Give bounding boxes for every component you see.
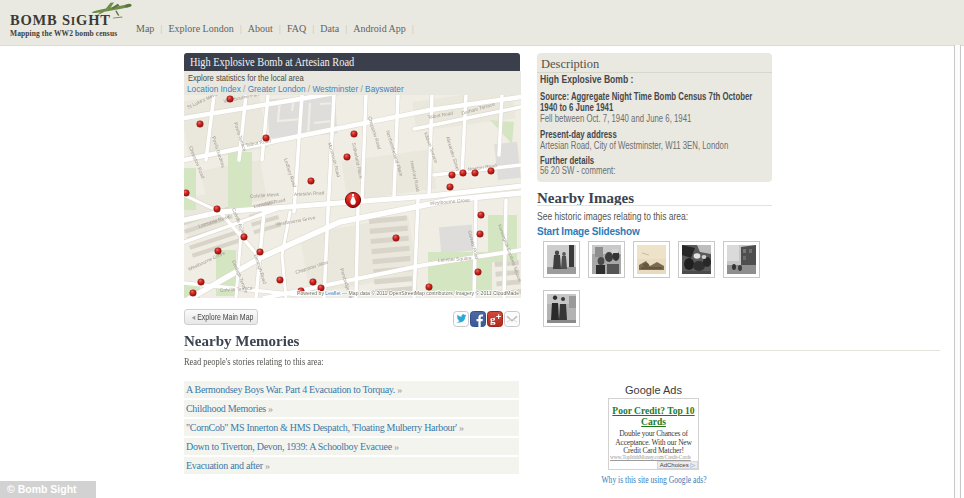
svg-text:Powered by Leaflet — Map data: Powered by Leaflet — Map data © 2011 Ope…: [297, 290, 519, 296]
svg-text:+: +: [496, 312, 501, 322]
